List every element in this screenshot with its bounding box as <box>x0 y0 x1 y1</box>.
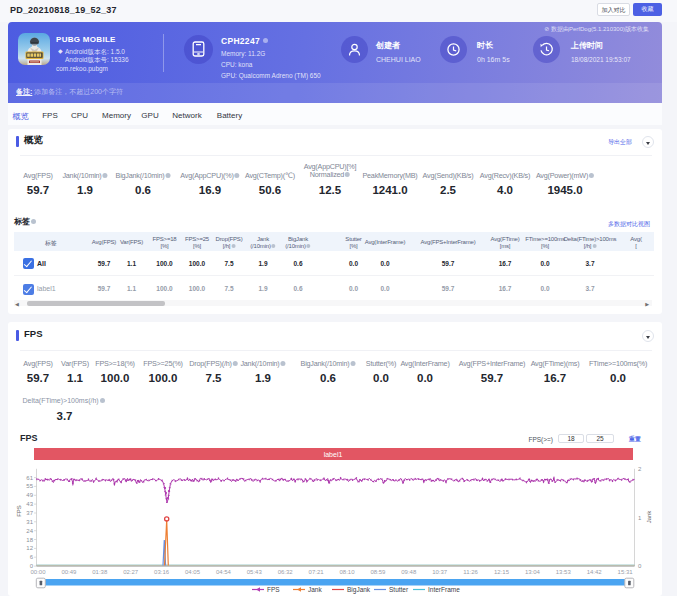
svg-text:04:54: 04:54 <box>216 569 232 575</box>
svg-text:18: 18 <box>26 537 33 543</box>
svg-text:00:00: 00:00 <box>30 569 46 575</box>
svg-text:Jank: Jank <box>308 586 322 593</box>
svg-text:09:48: 09:48 <box>401 569 417 575</box>
svg-text:1: 1 <box>638 515 642 521</box>
svg-text:12:15: 12:15 <box>494 569 510 575</box>
svg-text:15:31: 15:31 <box>618 569 634 575</box>
svg-text:00:49: 00:49 <box>61 569 77 575</box>
svg-text:02:27: 02:27 <box>123 569 139 575</box>
svg-text:13:04: 13:04 <box>525 569 541 575</box>
svg-text:08:10: 08:10 <box>339 569 355 575</box>
svg-text:FPS: FPS <box>16 505 22 517</box>
svg-text:07:21: 07:21 <box>309 569 325 575</box>
svg-text:BigJank: BigJank <box>347 586 371 594</box>
svg-text:55: 55 <box>26 483 33 489</box>
svg-text:05:43: 05:43 <box>247 569 263 575</box>
svg-text:13:53: 13:53 <box>556 569 572 575</box>
svg-text:43: 43 <box>26 501 33 507</box>
svg-text:31: 31 <box>26 519 33 525</box>
svg-text:49: 49 <box>26 492 33 498</box>
svg-text:Jank: Jank <box>646 510 652 524</box>
svg-text:61: 61 <box>26 475 33 481</box>
svg-text:2: 2 <box>638 466 642 472</box>
svg-text:14:42: 14:42 <box>587 569 603 575</box>
svg-text:Stutter: Stutter <box>389 586 409 593</box>
svg-text:06:32: 06:32 <box>278 569 294 575</box>
svg-text:12: 12 <box>26 545 33 551</box>
svg-text:0: 0 <box>638 563 642 569</box>
svg-text:6: 6 <box>30 554 34 560</box>
svg-text:label1: label1 <box>324 451 343 458</box>
svg-text:01:38: 01:38 <box>92 569 108 575</box>
svg-text:08:59: 08:59 <box>370 569 386 575</box>
svg-text:FPS: FPS <box>267 586 280 593</box>
svg-text:37: 37 <box>26 510 33 516</box>
svg-text:24: 24 <box>26 528 33 534</box>
svg-text:04:05: 04:05 <box>185 569 201 575</box>
svg-text:10:37: 10:37 <box>432 569 448 575</box>
svg-text:03:16: 03:16 <box>154 569 170 575</box>
svg-text:11:26: 11:26 <box>463 569 478 575</box>
svg-text:InterFrame: InterFrame <box>428 586 460 593</box>
